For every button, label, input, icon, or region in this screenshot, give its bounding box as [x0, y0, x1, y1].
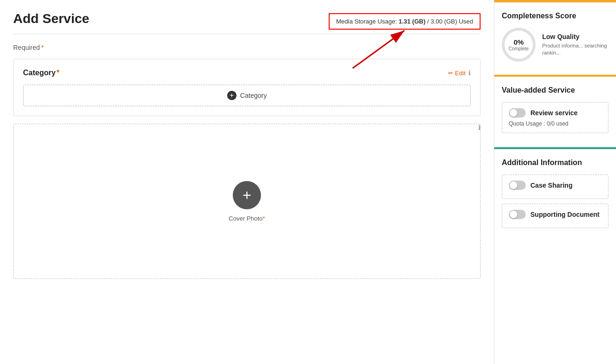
plus-circle-icon: +	[227, 91, 237, 100]
edit-icon: ✏	[448, 70, 453, 77]
value-added-title: Value-added Service	[502, 86, 608, 95]
section-divider	[13, 34, 481, 34]
storage-total: 3.00 (GB)	[431, 18, 457, 25]
storage-label: Media Storage Usage:	[336, 18, 397, 25]
case-sharing-name: Case Sharing	[530, 182, 572, 189]
main-content: Add Service Media Storage Usage: 1.31 (G…	[0, 0, 494, 364]
score-circle: 0% Complete	[502, 28, 536, 62]
review-service-name: Review service	[530, 109, 577, 117]
case-sharing-row: Case Sharing	[509, 181, 601, 190]
completeness-section: Completeness Score 0% Complete Low Quali…	[494, 2, 616, 73]
category-section: Category* ✏ Edit ℹ + Category	[13, 59, 481, 116]
supporting-document-name: Supporting Document	[530, 211, 600, 218]
additional-info-title: Additional Information	[502, 158, 608, 167]
score-complete-label: Complete	[509, 46, 529, 51]
supporting-document-toggle[interactable]	[509, 210, 526, 219]
review-service-card: Review service Quota Usage : 0/0 used	[502, 102, 608, 133]
storage-suffix: Used	[459, 18, 473, 25]
photo-upload-button[interactable]: +	[233, 181, 261, 209]
toggle-knob	[510, 109, 517, 117]
supporting-document-card: Supporting Document	[502, 204, 608, 228]
quality-desc: Product informa... searching rankin...	[542, 42, 608, 57]
value-added-section: Value-added Service Review service Quota…	[494, 77, 616, 145]
case-sharing-card: Case Sharing	[502, 174, 608, 199]
required-label: Required*	[13, 44, 481, 51]
cover-photo-section: ℹ + Cover Photo*	[13, 124, 481, 279]
add-category-button[interactable]: + Category	[23, 85, 471, 106]
sidebar: Completeness Score 0% Complete Low Quali…	[494, 0, 616, 364]
category-title: Category*	[23, 69, 60, 77]
review-service-row: Review service	[509, 108, 601, 118]
review-service-toggle[interactable]	[509, 108, 526, 118]
toggle-knob-case	[510, 182, 517, 189]
completeness-title: Completeness Score	[502, 12, 608, 20]
additional-info-section: Additional Information Case Sharing Supp…	[494, 149, 616, 240]
score-info: Low Quality Product informa... searching…	[542, 33, 608, 57]
category-edit-button[interactable]: ✏ Edit	[448, 70, 466, 77]
photo-upload-area[interactable]: + Cover Photo*	[13, 124, 481, 279]
photo-info-icon[interactable]: ℹ	[478, 124, 481, 131]
score-percent: 0%	[513, 38, 524, 46]
review-quota-text: Quota Usage : 0/0 used	[509, 120, 601, 127]
storage-banner: Media Storage Usage: 1.31 (GB) / 3.00 (G…	[329, 13, 481, 30]
cover-photo-label: Cover Photo*	[229, 215, 265, 222]
storage-separator: /	[427, 18, 429, 25]
category-header: Category* ✏ Edit ℹ	[23, 69, 471, 77]
supporting-document-row: Supporting Document	[509, 210, 601, 219]
category-info-icon[interactable]: ℹ	[468, 69, 471, 77]
case-sharing-toggle[interactable]	[509, 181, 526, 190]
quality-label: Low Quality	[542, 33, 608, 40]
completeness-container: 0% Complete Low Quality Product informa.…	[502, 28, 608, 62]
toggle-knob-support	[510, 211, 517, 218]
required-asterisk: *	[41, 44, 44, 51]
storage-used: 1.31 (GB)	[399, 18, 426, 25]
